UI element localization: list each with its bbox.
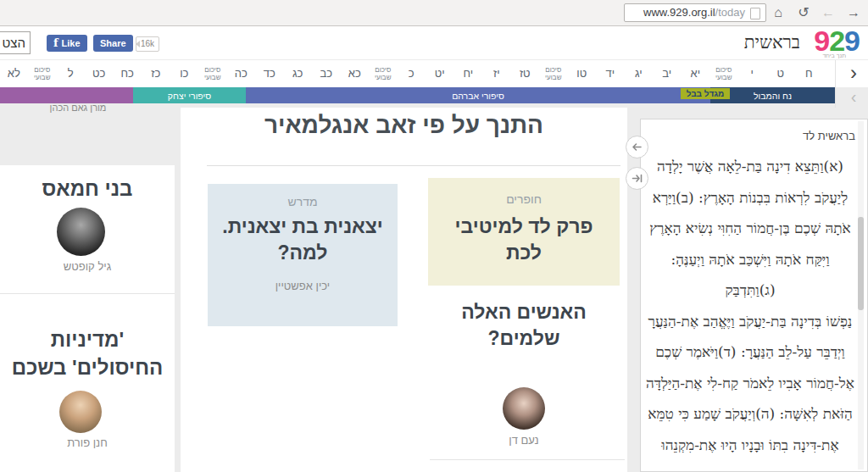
timeline-current-label: מורן גאם הכהן: [19, 103, 137, 113]
chapter-nav-item[interactable]: יב: [653, 60, 682, 87]
card-tag: חופרים: [428, 192, 620, 206]
avatar[interactable]: [503, 387, 545, 430]
url-path: /today: [715, 6, 745, 19]
scrollbar-thumb[interactable]: [858, 217, 864, 310]
panel-expand-button[interactable]: [626, 167, 648, 190]
arrow-left-icon: [631, 141, 643, 153]
facebook-icon: f: [53, 36, 58, 49]
url-host: www.929.org.il: [643, 6, 715, 19]
site-name: בראשית: [744, 32, 800, 53]
divider: [430, 459, 625, 460]
facebook-share-button[interactable]: Share: [93, 35, 133, 52]
article-byline: נעם דן: [428, 434, 620, 447]
site-header: 929 בראשית תנך ביחד הצט fLike Share 16k: [0, 26, 868, 60]
midrash-card[interactable]: מדרש יצאנית בת יצאנית. למה? יכין אפשטיין: [208, 184, 398, 326]
timeline-section[interactable]: סיפורי אברהם: [246, 87, 710, 103]
timeline-section[interactable]: סיפורי יצחק: [133, 87, 246, 103]
reload-button[interactable]: ↺: [793, 2, 815, 24]
chapter-nav-item[interactable]: טז: [511, 60, 540, 87]
article-byline: חנן פורת: [0, 436, 175, 449]
forward-button[interactable]: →: [843, 2, 865, 24]
address-bar[interactable]: www.929.org.il/today: [624, 3, 766, 22]
page-document-icon: [750, 8, 760, 19]
chevron-next-icon[interactable]: ›: [839, 60, 868, 87]
chapter-nav-item[interactable]: כג: [284, 60, 313, 87]
chapter-nav-item[interactable]: סיכום שבועי: [539, 60, 568, 87]
panel-prev-button[interactable]: [626, 136, 648, 158]
home-button[interactable]: ⌂: [767, 2, 789, 24]
chapter-nav: חטיסיכום שבועייאיביגידטוסיכום שבועיטזיזי…: [0, 60, 835, 87]
nav-divider: [835, 60, 836, 108]
chapter-nav-item[interactable]: יד: [596, 60, 625, 87]
avatar[interactable]: [59, 391, 102, 433]
chapter-nav-item[interactable]: יט: [426, 60, 454, 87]
back-button[interactable]: ←: [817, 2, 839, 24]
card-title: יצאנית בת יצאנית. למה?: [208, 214, 398, 266]
hofrim-card[interactable]: חופרים פרק לד למיטיבי לכת: [428, 178, 620, 286]
card-byline: יכין אפשטיין: [208, 280, 398, 292]
article-title[interactable]: האנשים האלה שלמים?: [428, 299, 620, 352]
timeline-badge[interactable]: מגדל בבל: [681, 88, 730, 99]
chapter-nav-bar: חטיסיכום שבועייאיביגידטוסיכום שבועיטזיזי…: [0, 60, 868, 87]
chapter-nav-item[interactable]: סיכום שבועי: [709, 60, 738, 87]
card-title: פרק לד למיטיבי לכת: [428, 214, 620, 266]
chapter-nav-item[interactable]: יג: [625, 60, 654, 87]
like-label: Like: [62, 38, 81, 48]
chapter-nav-item[interactable]: סיכום שבועי: [28, 60, 57, 87]
chapter-nav-item[interactable]: כז: [142, 60, 170, 87]
chapter-nav-item[interactable]: כב: [312, 60, 341, 87]
chapter-nav-item[interactable]: ח: [795, 60, 824, 87]
chapter-nav-item[interactable]: כו: [170, 60, 199, 87]
article-title[interactable]: 'מדיניות החיסולים' בשכם: [0, 325, 175, 381]
chapter-nav-item[interactable]: כ: [398, 60, 426, 87]
left-article-column: בני חמאס גיל קופטש 'מדיניות החיסולים' בש…: [0, 165, 175, 472]
chapter-nav-item[interactable]: סיכום שבועי: [198, 60, 227, 87]
chapter-nav-item[interactable]: לא: [0, 60, 28, 87]
torah-text: (א)וַתֵּצֵא דִינָה בַּת-לֵאָה אֲשֶׁר יָל…: [644, 151, 856, 469]
chapter-nav-item[interactable]: כא: [341, 60, 370, 87]
chapter-nav-item[interactable]: יח: [454, 60, 483, 87]
arrow-to-bar-icon: [631, 172, 643, 185]
chapter-nav-item[interactable]: סיכום שבועי: [369, 60, 398, 87]
timeline-section-label: נח והמבול: [754, 91, 792, 101]
divider: [0, 293, 175, 294]
chapter-nav-item[interactable]: כט: [85, 60, 114, 87]
article-title[interactable]: בני חמאס: [0, 175, 175, 203]
chapter-nav-item[interactable]: כח: [114, 60, 142, 87]
chapter-nav-item[interactable]: ל: [57, 60, 86, 87]
join-button[interactable]: הצט: [0, 31, 31, 54]
torah-chapter-header: בראשית לד: [803, 130, 855, 142]
site-tagline: תנך ביחד: [822, 53, 846, 58]
timeline-section-label: סיפורי יצחק: [168, 91, 211, 101]
chapter-nav-item[interactable]: יז: [482, 60, 511, 87]
avatar[interactable]: [57, 208, 105, 256]
chapter-nav-item[interactable]: טו: [568, 60, 597, 87]
article-byline: גיל קופטש: [0, 260, 175, 273]
chevron-prev-icon[interactable]: ‹: [839, 89, 868, 106]
torah-text-panel: בראשית לד (א)וַתֵּצֵא דִינָה בַּת-לֵאָה …: [640, 119, 868, 472]
timeline-section[interactable]: [0, 87, 133, 103]
chapter-nav-item[interactable]: י: [738, 60, 767, 87]
main-content: התנך על פי זאב אנגלמאיר מדרש יצאנית בת י…: [181, 108, 627, 472]
chapter-nav-item[interactable]: יא: [682, 60, 710, 87]
chapter-nav-item[interactable]: ט: [766, 60, 795, 87]
page-title[interactable]: התנך על פי זאב אנגלמאיר: [181, 112, 627, 139]
chapter-nav-item[interactable]: כה: [227, 60, 256, 87]
divider: [207, 165, 620, 166]
timeline-section-label: סיפורי אברהם: [452, 91, 504, 101]
facebook-like-button[interactable]: fLike: [47, 35, 87, 52]
article-block: האנשים האלה שלמים? נעם דן: [428, 299, 620, 447]
browser-toolbar: www.929.org.il/today ⌂ ↺ ← →: [0, 0, 868, 26]
logo-digit: 9: [844, 25, 860, 57]
share-count-badge: 16k: [136, 36, 159, 52]
chapter-nav-item[interactable]: כד: [255, 60, 284, 87]
card-tag: מדרש: [208, 195, 398, 208]
